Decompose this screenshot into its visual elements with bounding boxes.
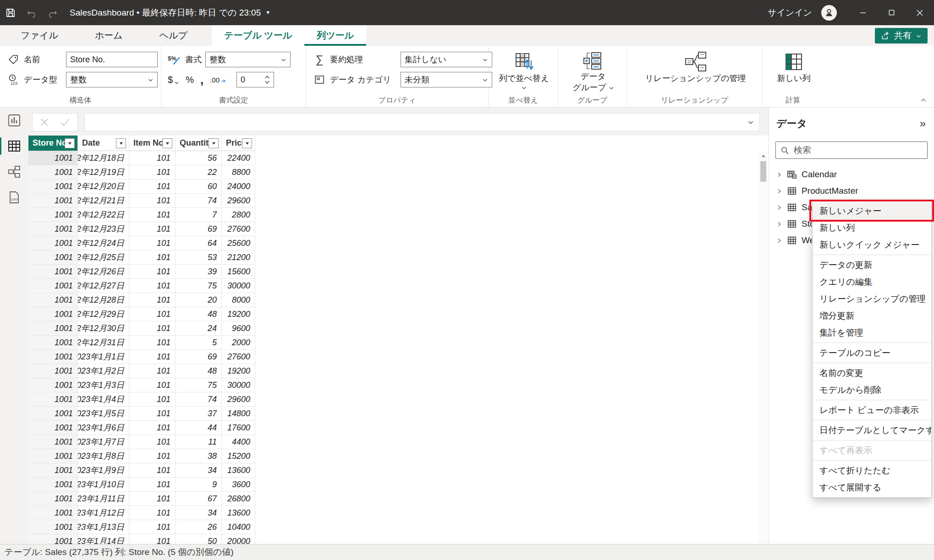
table-cell[interactable]: 101: [129, 378, 176, 392]
table-cell[interactable]: 25600: [222, 236, 255, 250]
table-cell[interactable]: 101: [129, 506, 176, 520]
table-cell[interactable]: 24000: [222, 179, 255, 194]
context-menu-item-13[interactable]: モデルから削除: [813, 381, 931, 398]
document-title[interactable]: SalesDashboard • 最終保存日時: 昨日 での 23:05 ▼: [70, 7, 270, 19]
format-select[interactable]: 整数: [205, 52, 291, 67]
column-header-3[interactable]: Quantity: [176, 136, 222, 151]
context-menu-item-21[interactable]: すべて折りたたむ: [813, 462, 931, 479]
context-menu-item-6[interactable]: リレーションシップの管理: [813, 290, 931, 307]
table-cell[interactable]: 15600: [222, 265, 255, 279]
filter-dropdown-button[interactable]: [65, 138, 75, 148]
collapse-ribbon-button[interactable]: [920, 97, 927, 103]
table-cell[interactable]: 2022年12月21日: [78, 194, 129, 208]
table-cell[interactable]: 101: [129, 165, 176, 179]
decimal-places-spinner[interactable]: 0: [236, 72, 274, 87]
context-menu-item-4[interactable]: データの更新: [813, 256, 931, 273]
table-cell[interactable]: 44: [176, 421, 222, 435]
manage-relationships-button[interactable]: リレーションシップの管理: [633, 49, 758, 97]
table-cell[interactable]: 4400: [222, 435, 255, 449]
table-cell[interactable]: 101: [129, 222, 176, 236]
table-cell[interactable]: 2022年12月30日: [78, 321, 129, 336]
collapse-panel-icon[interactable]: »: [920, 118, 926, 129]
table-cell[interactable]: 1001: [28, 279, 78, 293]
table-cell[interactable]: 101: [129, 407, 176, 421]
data-groups-button[interactable]: データ グループ: [565, 49, 622, 97]
expand-chevron-icon[interactable]: [776, 238, 782, 244]
table-cell[interactable]: 2022年12月22日: [78, 208, 129, 222]
table-cell[interactable]: 2023年1月6日: [78, 421, 129, 435]
expand-chevron-icon[interactable]: [776, 172, 782, 178]
table-cell[interactable]: 101: [129, 151, 176, 165]
tab-2[interactable]: ヘルプ: [147, 25, 200, 46]
filter-dropdown-button[interactable]: [116, 138, 126, 148]
column-header-0[interactable]: Store No.: [28, 136, 78, 151]
context-menu-item-1[interactable]: 新しい列: [813, 219, 931, 236]
table-cell[interactable]: 101: [129, 492, 176, 506]
table-cell[interactable]: 1001: [28, 378, 78, 392]
data-category-select[interactable]: 未分類: [401, 72, 492, 87]
table-cell[interactable]: 64: [176, 236, 222, 250]
decimals-button[interactable]: .00: [210, 76, 226, 84]
sign-in-button[interactable]: サインイン: [768, 7, 812, 19]
context-menu-item-8[interactable]: 集計を管理: [813, 324, 931, 341]
context-menu-item-10[interactable]: テーブルのコピー: [813, 344, 931, 361]
table-cell[interactable]: 1001: [28, 364, 78, 378]
table-cell[interactable]: 27600: [222, 350, 255, 364]
table-cell[interactable]: 2023年1月13日: [78, 520, 129, 534]
table-cell[interactable]: 2023年1月7日: [78, 435, 129, 449]
context-menu-item-12[interactable]: 名前の変更: [813, 364, 931, 381]
summarize-select[interactable]: 集計しない: [401, 52, 492, 67]
tab-0[interactable]: ファイル: [8, 25, 71, 46]
context-menu-item-17[interactable]: 日付テーブルとしてマークする: [813, 422, 931, 439]
table-cell[interactable]: 30000: [222, 378, 255, 392]
model-view-button[interactable]: [0, 159, 28, 185]
filter-dropdown-button[interactable]: [242, 138, 252, 148]
expand-chevron-icon[interactable]: [776, 221, 782, 227]
table-cell[interactable]: 2022年12月27日: [78, 279, 129, 293]
table-cell[interactable]: 2800: [222, 208, 255, 222]
close-button[interactable]: [906, 0, 934, 25]
table-cell[interactable]: 1001: [28, 321, 78, 336]
table-cell[interactable]: 2023年1月14日: [78, 534, 129, 544]
table-cell[interactable]: 19200: [222, 364, 255, 378]
table-cell[interactable]: 1001: [28, 336, 78, 350]
table-cell[interactable]: 2023年1月3日: [78, 378, 129, 392]
table-cell[interactable]: 1001: [28, 236, 78, 250]
table-cell[interactable]: 2023年1月1日: [78, 350, 129, 364]
table-cell[interactable]: 101: [129, 279, 176, 293]
column-header-2[interactable]: Item No.: [129, 136, 176, 151]
table-cell[interactable]: 2022年12月20日: [78, 179, 129, 194]
table-cell[interactable]: 30000: [222, 279, 255, 293]
table-cell[interactable]: 14800: [222, 407, 255, 421]
table-cell[interactable]: 1001: [28, 350, 78, 364]
filter-dropdown-button[interactable]: [209, 138, 219, 148]
tab-4[interactable]: 列ツール: [304, 25, 366, 46]
table-cell[interactable]: 74: [176, 194, 222, 208]
table-cell[interactable]: 101: [129, 208, 176, 222]
table-cell[interactable]: 1001: [28, 293, 78, 307]
table-cell[interactable]: 1001: [28, 265, 78, 279]
table-cell[interactable]: 1001: [28, 194, 78, 208]
table-cell[interactable]: 69: [176, 222, 222, 236]
table-cell[interactable]: 2023年1月8日: [78, 449, 129, 463]
table-cell[interactable]: 1001: [28, 506, 78, 520]
datatype-select[interactable]: 整数: [66, 72, 158, 87]
table-cell[interactable]: 10400: [222, 520, 255, 534]
table-cell[interactable]: 1001: [28, 449, 78, 463]
table-cell[interactable]: 74: [176, 392, 222, 407]
table-cell[interactable]: 101: [129, 392, 176, 407]
table-cell[interactable]: 48: [176, 307, 222, 321]
expand-chevron-icon[interactable]: [776, 188, 782, 194]
table-cell[interactable]: 1001: [28, 478, 78, 492]
context-menu-item-7[interactable]: 増分更新: [813, 307, 931, 324]
table-cell[interactable]: 34: [176, 463, 222, 478]
dax-query-view-button[interactable]: DAX: [0, 185, 28, 210]
table-cell[interactable]: 2023年1月5日: [78, 407, 129, 421]
percent-button[interactable]: %: [186, 75, 194, 85]
table-cell[interactable]: 1001: [28, 492, 78, 506]
table-cell[interactable]: 1001: [28, 520, 78, 534]
scrollbar-thumb[interactable]: [760, 161, 766, 182]
column-header-1[interactable]: Date: [78, 136, 129, 151]
table-cell[interactable]: 101: [129, 463, 176, 478]
table-cell[interactable]: 101: [129, 307, 176, 321]
